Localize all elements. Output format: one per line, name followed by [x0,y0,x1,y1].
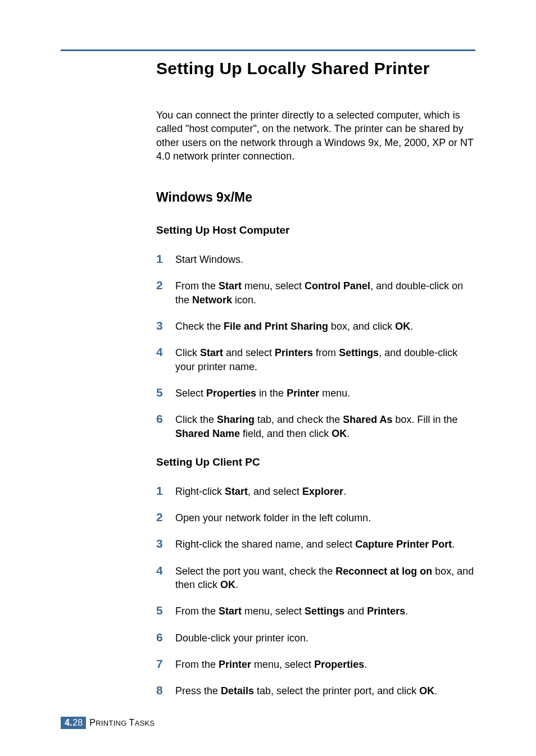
step-item: 5Select Properties in the Printer menu. [156,386,475,400]
intro-paragraph: You can connect the printer directly to … [156,108,475,163]
header-divider [61,49,475,51]
step-item: 2Open your network folder in the left co… [156,511,475,525]
step-list-client: 1Right-click Start, and select Explorer.… [156,484,475,698]
step-item: 1Start Windows. [156,252,475,266]
step-number: 3 [156,319,175,333]
subsection-heading-host: Setting Up Host Computer [156,224,475,236]
step-item: 3Check the File and Print Sharing box, a… [156,319,475,333]
step-text: Press the Details tab, select the printe… [175,684,437,698]
section-heading-windows: Windows 9x/Me [156,190,475,205]
chapter-number: 4. [65,718,72,728]
step-text: Select Properties in the Printer menu. [175,386,350,400]
step-text: Right-click Start, and select Explorer. [175,485,346,498]
step-text: Click Start and select Printers from Set… [175,346,475,374]
step-item: 1Right-click Start, and select Explorer. [156,484,475,498]
step-list-host: 1Start Windows.2From the Start menu, sel… [156,252,475,440]
step-number: 7 [156,657,175,671]
step-number: 2 [156,511,175,524]
step-text: From the Start menu, select Control Pane… [175,279,475,307]
step-item: 6Click the Sharing tab, and check the Sh… [156,412,475,440]
step-number: 5 [156,386,175,399]
step-item: 5From the Start menu, select Settings an… [156,604,475,618]
step-text: Select the port you want, check the Reco… [175,564,475,592]
step-number: 1 [156,484,175,498]
step-number: 1 [156,252,175,266]
step-number: 6 [156,631,175,644]
step-item: 3Right-click the shared name, and select… [156,537,475,551]
step-item: 4Click Start and select Printers from Se… [156,345,475,374]
step-item: 6Double-click your printer icon. [156,631,475,645]
footer-section-label: PRINTING TASKS [89,718,155,728]
step-number: 8 [156,684,175,697]
step-text: From the Printer menu, select Properties… [175,658,367,671]
step-item: 4Select the port you want, check the Rec… [156,564,475,592]
step-text: Right-click the shared name, and select … [175,538,455,551]
step-text: Open your network folder in the left col… [175,511,371,525]
subsection-heading-client: Setting Up Client PC [156,456,475,468]
step-text: Click the Sharing tab, and check the Sha… [175,413,475,440]
step-number: 6 [156,412,175,426]
step-item: 7From the Printer menu, select Propertie… [156,657,475,671]
page-number: 28 [72,718,83,728]
step-text: Double-click your printer icon. [175,631,308,645]
step-number: 5 [156,604,175,617]
step-number: 4 [156,564,175,577]
step-item: 2From the Start menu, select Control Pan… [156,279,475,307]
step-item: 8Press the Details tab, select the print… [156,684,475,698]
page-footer: 4.28 PRINTING TASKS [61,717,155,729]
page-number-badge: 4.28 [61,717,86,729]
step-text: Start Windows. [175,253,243,266]
step-number: 4 [156,345,175,359]
step-text: From the Start menu, select Settings and… [175,604,408,618]
page-title: Setting Up Locally Shared Printer [156,59,475,78]
step-number: 2 [156,279,175,292]
step-number: 3 [156,537,175,550]
step-text: Check the File and Print Sharing box, an… [175,320,413,333]
